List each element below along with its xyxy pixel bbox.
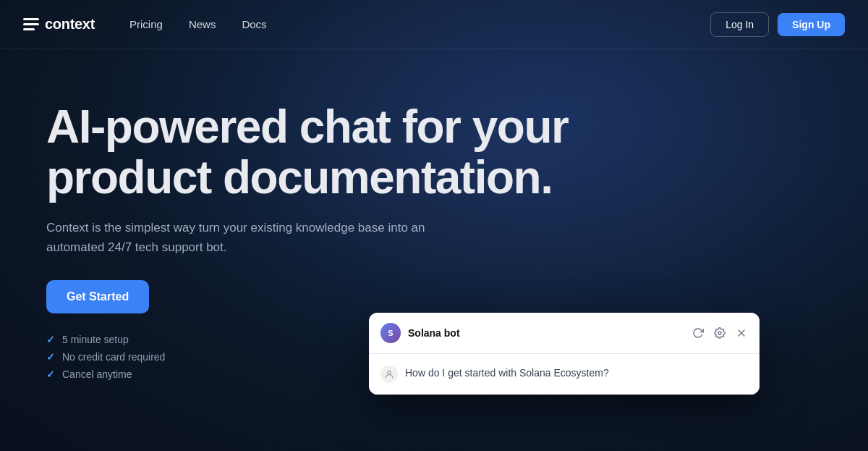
svg-point-3 [718,332,721,334]
chat-header-left: S Solana bot [380,323,460,343]
svg-point-6 [388,371,391,374]
hero-section: AI-powered chat for your product documen… [0,49,868,380]
logo-text: context [45,16,95,33]
chat-header-icons [692,326,748,340]
hero-subtitle: Context is the simplest way turn your ex… [46,218,480,257]
navbar: context Pricing News Docs Log In Sign Up [0,0,868,49]
hero-title: AI-powered chat for your product documen… [46,101,610,203]
nav-links: Pricing News Docs [118,14,278,35]
check-icon-1: ✓ [46,334,55,345]
check-icon-3: ✓ [46,368,55,380]
feature-cancel-label: Cancel anytime [62,368,132,380]
get-started-button[interactable]: Get Started [46,280,149,313]
chat-preview: S Solana bot [369,313,760,395]
nav-link-docs[interactable]: Docs [230,14,278,35]
feature-setup-label: 5 minute setup [62,334,129,345]
chat-bot-avatar: S [380,323,401,343]
chat-message-text: How do I get started with Solana Ecosyst… [405,366,609,381]
chat-message: How do I get started with Solana Ecosyst… [380,366,748,383]
check-icon-2: ✓ [46,351,55,363]
svg-rect-2 [23,28,35,30]
chat-body: How do I get started with Solana Ecosyst… [369,354,760,395]
user-avatar [380,366,398,383]
nav-left: context Pricing News Docs [23,14,278,35]
refresh-icon[interactable] [692,326,705,340]
nav-right: Log In Sign Up [710,12,845,37]
chat-avatar-initials: S [388,329,393,337]
feature-no-card-label: No credit card required [62,351,165,363]
svg-rect-0 [23,18,39,20]
nav-link-news[interactable]: News [177,14,228,35]
logo[interactable]: context [23,16,95,33]
nav-link-pricing[interactable]: Pricing [118,14,174,35]
signup-button[interactable]: Sign Up [778,13,845,36]
logo-icon [23,18,39,31]
settings-icon[interactable] [713,326,726,340]
close-icon[interactable] [735,326,748,340]
svg-rect-1 [23,23,39,25]
chat-bot-name: Solana bot [408,327,460,339]
login-button[interactable]: Log In [710,12,769,37]
chat-header: S Solana bot [369,313,760,354]
